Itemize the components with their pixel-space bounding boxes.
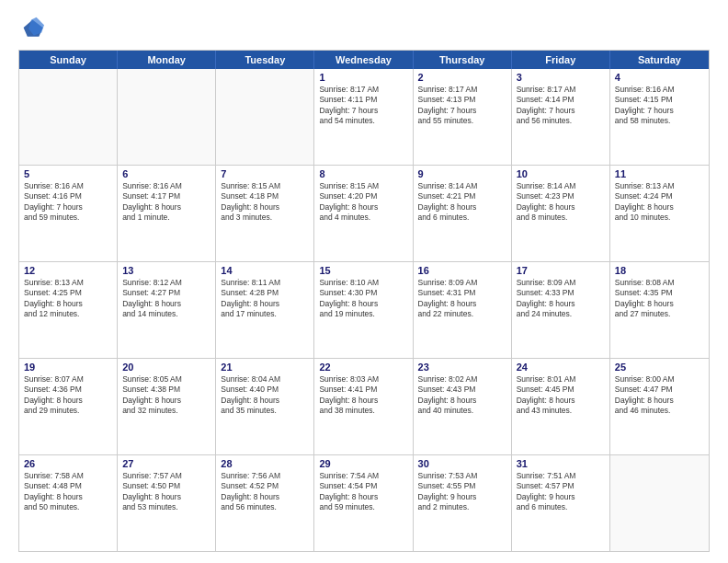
day-cell: 11Sunrise: 8:13 AM Sunset: 4:24 PM Dayli… — [610, 166, 709, 261]
day-cell: 23Sunrise: 8:02 AM Sunset: 4:43 PM Dayli… — [414, 359, 512, 454]
week-row-1: 5Sunrise: 8:16 AM Sunset: 4:16 PM Daylig… — [19, 165, 709, 261]
day-info: Sunrise: 7:54 AM Sunset: 4:54 PM Dayligh… — [319, 471, 407, 513]
week-row-4: 26Sunrise: 7:58 AM Sunset: 4:48 PM Dayli… — [19, 454, 709, 551]
day-cell: 8Sunrise: 8:15 AM Sunset: 4:20 PM Daylig… — [314, 166, 413, 261]
day-info: Sunrise: 8:04 AM Sunset: 4:40 PM Dayligh… — [221, 374, 309, 417]
day-cell: 16Sunrise: 8:09 AM Sunset: 4:31 PM Dayli… — [414, 262, 512, 358]
day-cell: 4Sunrise: 8:16 AM Sunset: 4:15 PM Daylig… — [610, 69, 709, 165]
week-row-3: 19Sunrise: 8:07 AM Sunset: 4:36 PM Dayli… — [19, 358, 709, 454]
day-header-thursday: Thursday — [414, 51, 512, 69]
day-header-wednesday: Wednesday — [314, 51, 413, 69]
day-info: Sunrise: 8:17 AM Sunset: 4:14 PM Dayligh… — [517, 85, 605, 127]
day-number: 22 — [319, 362, 407, 373]
day-number: 3 — [517, 72, 605, 83]
day-cell: 25Sunrise: 8:00 AM Sunset: 4:47 PM Dayli… — [610, 359, 709, 454]
day-cell: 7Sunrise: 8:15 AM Sunset: 4:18 PM Daylig… — [216, 166, 314, 261]
day-number: 6 — [122, 168, 210, 179]
day-cell — [118, 69, 216, 165]
day-header-sunday: Sunday — [19, 51, 118, 69]
week-row-0: 1Sunrise: 8:17 AM Sunset: 4:11 PM Daylig… — [19, 69, 709, 165]
day-number: 12 — [24, 265, 112, 276]
weeks: 1Sunrise: 8:17 AM Sunset: 4:11 PM Daylig… — [19, 69, 709, 551]
day-cell: 28Sunrise: 7:56 AM Sunset: 4:52 PM Dayli… — [216, 455, 314, 551]
day-cell — [19, 69, 118, 165]
day-info: Sunrise: 8:12 AM Sunset: 4:27 PM Dayligh… — [122, 278, 210, 320]
day-number: 23 — [418, 362, 506, 373]
day-number: 30 — [418, 458, 506, 469]
day-info: Sunrise: 8:17 AM Sunset: 4:11 PM Dayligh… — [319, 85, 407, 127]
day-info: Sunrise: 8:08 AM Sunset: 4:35 PM Dayligh… — [615, 278, 704, 320]
day-header-tuesday: Tuesday — [216, 51, 314, 69]
day-info: Sunrise: 7:58 AM Sunset: 4:48 PM Dayligh… — [24, 471, 112, 513]
day-number: 26 — [24, 458, 112, 469]
day-cell: 19Sunrise: 8:07 AM Sunset: 4:36 PM Dayli… — [19, 359, 118, 454]
day-info: Sunrise: 8:11 AM Sunset: 4:28 PM Dayligh… — [221, 278, 309, 320]
day-number: 27 — [122, 458, 210, 469]
day-cell: 10Sunrise: 8:14 AM Sunset: 4:23 PM Dayli… — [512, 166, 610, 261]
day-number: 17 — [517, 265, 605, 276]
day-info: Sunrise: 8:02 AM Sunset: 4:43 PM Dayligh… — [418, 374, 506, 417]
day-number: 31 — [517, 458, 605, 469]
day-cell: 15Sunrise: 8:10 AM Sunset: 4:30 PM Dayli… — [314, 262, 413, 358]
day-info: Sunrise: 7:57 AM Sunset: 4:50 PM Dayligh… — [122, 471, 210, 513]
day-number: 2 — [418, 72, 506, 83]
day-number: 15 — [319, 265, 407, 276]
day-info: Sunrise: 8:01 AM Sunset: 4:45 PM Dayligh… — [517, 374, 605, 417]
day-cell: 31Sunrise: 7:51 AM Sunset: 4:57 PM Dayli… — [512, 455, 610, 551]
day-info: Sunrise: 8:14 AM Sunset: 4:21 PM Dayligh… — [418, 181, 506, 224]
day-cell: 21Sunrise: 8:04 AM Sunset: 4:40 PM Dayli… — [216, 359, 314, 454]
day-info: Sunrise: 8:17 AM Sunset: 4:13 PM Dayligh… — [418, 85, 506, 127]
day-info: Sunrise: 8:13 AM Sunset: 4:25 PM Dayligh… — [24, 278, 112, 320]
week-row-2: 12Sunrise: 8:13 AM Sunset: 4:25 PM Dayli… — [19, 261, 709, 358]
day-cell: 20Sunrise: 8:05 AM Sunset: 4:38 PM Dayli… — [118, 359, 216, 454]
day-cell: 2Sunrise: 8:17 AM Sunset: 4:13 PM Daylig… — [414, 69, 512, 165]
day-cell: 27Sunrise: 7:57 AM Sunset: 4:50 PM Dayli… — [118, 455, 216, 551]
day-number: 9 — [418, 168, 506, 179]
day-info: Sunrise: 8:07 AM Sunset: 4:36 PM Dayligh… — [24, 374, 112, 417]
day-number: 28 — [221, 458, 309, 469]
day-number: 7 — [221, 168, 309, 179]
day-info: Sunrise: 7:51 AM Sunset: 4:57 PM Dayligh… — [517, 471, 605, 513]
day-cell: 29Sunrise: 7:54 AM Sunset: 4:54 PM Dayli… — [314, 455, 413, 551]
day-number: 21 — [221, 362, 309, 373]
day-info: Sunrise: 8:14 AM Sunset: 4:23 PM Dayligh… — [517, 181, 605, 224]
day-info: Sunrise: 7:53 AM Sunset: 4:55 PM Dayligh… — [418, 471, 506, 513]
day-info: Sunrise: 8:03 AM Sunset: 4:41 PM Dayligh… — [319, 374, 407, 417]
day-header-monday: Monday — [118, 51, 216, 69]
header — [18, 15, 710, 40]
day-number: 10 — [517, 168, 605, 179]
day-cell: 17Sunrise: 8:09 AM Sunset: 4:33 PM Dayli… — [512, 262, 610, 358]
day-number: 5 — [24, 168, 112, 179]
day-info: Sunrise: 8:16 AM Sunset: 4:15 PM Dayligh… — [615, 85, 704, 127]
day-number: 20 — [122, 362, 210, 373]
day-info: Sunrise: 8:13 AM Sunset: 4:24 PM Dayligh… — [615, 181, 704, 224]
day-number: 29 — [319, 458, 407, 469]
day-number: 24 — [517, 362, 605, 373]
day-cell: 12Sunrise: 8:13 AM Sunset: 4:25 PM Dayli… — [19, 262, 118, 358]
day-cell: 5Sunrise: 8:16 AM Sunset: 4:16 PM Daylig… — [19, 166, 118, 261]
day-number: 11 — [615, 168, 704, 179]
day-info: Sunrise: 8:15 AM Sunset: 4:18 PM Dayligh… — [221, 181, 309, 224]
day-info: Sunrise: 8:09 AM Sunset: 4:31 PM Dayligh… — [418, 278, 506, 320]
day-cell — [216, 69, 314, 165]
logo-icon — [18, 15, 44, 40]
day-number: 1 — [319, 72, 407, 83]
day-number: 16 — [418, 265, 506, 276]
calendar: SundayMondayTuesdayWednesdayThursdayFrid… — [18, 50, 710, 552]
day-cell: 13Sunrise: 8:12 AM Sunset: 4:27 PM Dayli… — [118, 262, 216, 358]
day-number: 4 — [615, 72, 704, 83]
day-cell: 18Sunrise: 8:08 AM Sunset: 4:35 PM Dayli… — [610, 262, 709, 358]
day-cell: 6Sunrise: 8:16 AM Sunset: 4:17 PM Daylig… — [118, 166, 216, 261]
day-info: Sunrise: 8:05 AM Sunset: 4:38 PM Dayligh… — [122, 374, 210, 417]
day-info: Sunrise: 8:16 AM Sunset: 4:17 PM Dayligh… — [122, 181, 210, 224]
day-cell: 30Sunrise: 7:53 AM Sunset: 4:55 PM Dayli… — [414, 455, 512, 551]
day-cell: 1Sunrise: 8:17 AM Sunset: 4:11 PM Daylig… — [314, 69, 413, 165]
day-number: 18 — [615, 265, 704, 276]
day-cell: 14Sunrise: 8:11 AM Sunset: 4:28 PM Dayli… — [216, 262, 314, 358]
day-headers: SundayMondayTuesdayWednesdayThursdayFrid… — [19, 51, 709, 69]
day-cell: 3Sunrise: 8:17 AM Sunset: 4:14 PM Daylig… — [512, 69, 610, 165]
day-info: Sunrise: 8:09 AM Sunset: 4:33 PM Dayligh… — [517, 278, 605, 320]
day-cell: 9Sunrise: 8:14 AM Sunset: 4:21 PM Daylig… — [414, 166, 512, 261]
page: SundayMondayTuesdayWednesdayThursdayFrid… — [0, 0, 728, 563]
day-cell: 26Sunrise: 7:58 AM Sunset: 4:48 PM Dayli… — [19, 455, 118, 551]
